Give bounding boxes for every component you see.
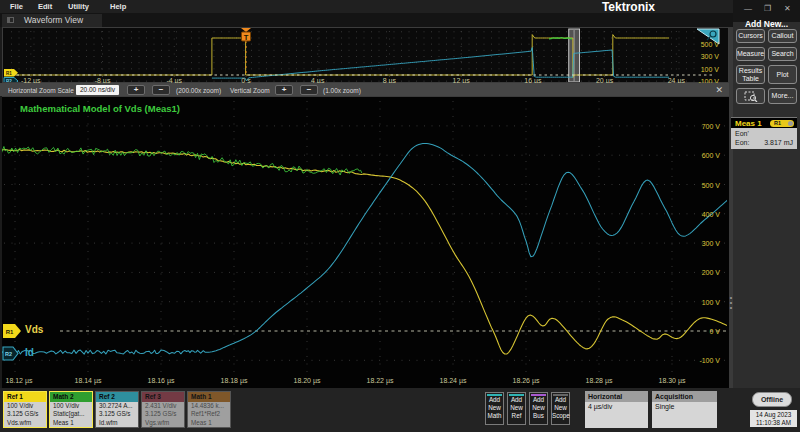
menu-file[interactable]: File — [10, 2, 23, 11]
trace-id — [2, 144, 727, 355]
x-tick-label: 18.26 µs — [513, 377, 540, 384]
y-tick-label: -100 V — [690, 357, 720, 364]
meas1-source: R1 — [774, 120, 781, 127]
horizontal-value: 4 µs/div — [585, 402, 648, 428]
hzoom-plus-button[interactable]: + — [127, 85, 145, 95]
tab-waveform-view[interactable]: Waveform View — [2, 14, 102, 27]
datetime-display: 14 Aug 202311:10:38 AM — [750, 410, 797, 427]
acquisition-value: Single — [652, 402, 717, 428]
trigger-arrow-icon — [241, 28, 251, 32]
add-new-ref-button[interactable]: AddNewRef — [507, 392, 526, 425]
right-sidebar: Add New... Cursors Callout Measure Searc… — [733, 22, 800, 388]
trace-math2 — [549, 38, 572, 39]
overview-svg: TR1R2 — [3, 28, 728, 82]
channel-badge-ref1[interactable]: Ref 1 100 V/div3.125 GS/sVds.wfm — [3, 391, 47, 428]
eon-label: Eon: — [735, 138, 749, 147]
trace-math2-model — [2, 147, 362, 176]
vzoom-factor-label: (1.00x zoom) — [323, 87, 361, 94]
main-plot-svg: R1R2 — [2, 97, 727, 387]
menu-help[interactable]: Help — [110, 2, 126, 11]
add-new-math-button[interactable]: AddNewMath — [485, 392, 504, 425]
svg-text:R2: R2 — [5, 351, 12, 357]
ref3-header: Ref 3 — [142, 392, 184, 402]
y-tick-label: 200 V — [690, 269, 720, 276]
box-zoom-icon — [744, 91, 758, 102]
close-icon[interactable]: ✕ — [784, 4, 791, 13]
trace-vds — [2, 149, 727, 354]
bottom-bar: Ref 1 100 V/div3.125 GS/sVds.wfm Math 2 … — [0, 388, 800, 432]
tektronix-logo: Tektronix — [602, 0, 655, 14]
vzoom-plus-button[interactable]: + — [275, 85, 293, 95]
horizontal-zoom-scale-label: Horizontal Zoom Scale — [8, 87, 74, 94]
y-tick-label: 700 V — [690, 122, 720, 129]
x-tick-label: 18.24 µs — [440, 377, 467, 384]
y-tick-label: 300 V — [690, 240, 720, 247]
math2-details: 100 V/divStatic[gat...Meas 1 — [50, 402, 92, 427]
zoom-toolbar: Horizontal Zoom Scale 20.00 ns/div + − (… — [0, 83, 731, 96]
minimize-icon[interactable]: — — [744, 4, 752, 13]
add-new-scope-button[interactable]: AddNewScope — [551, 392, 570, 425]
restore-icon[interactable]: ❐ — [764, 4, 771, 13]
vds-trace-label: Vds — [25, 324, 43, 335]
meas1-source-pill: R1 — [770, 120, 794, 127]
cursors-button[interactable]: Cursors — [736, 29, 765, 43]
x-tick-label: 18.12 µs — [6, 377, 33, 384]
meas1-badge[interactable]: Meas 1 R1 Eon' Eon: 3.817 mJ — [731, 117, 797, 149]
tab-bar: Waveform View — [0, 13, 733, 27]
y-tick-label: 300 V — [689, 53, 719, 60]
menu-edit[interactable]: Edit — [38, 2, 52, 11]
y-tick-label: 500 V — [690, 181, 720, 188]
x-tick-label: 18.16 µs — [148, 377, 175, 384]
math2-header: Math 2 — [50, 392, 92, 402]
meas1-pill-dot — [788, 121, 793, 126]
acquisition-panel[interactable]: Acquisition Single — [652, 391, 717, 428]
y-tick-label: 500 V — [689, 41, 719, 48]
hzoom-minus-button[interactable]: − — [152, 85, 170, 95]
menu-bar: File Edit Utility Help Tektronix — [0, 0, 733, 13]
channel-badge-ref3[interactable]: Ref 3 2.431 V/div3.125 GS/sVgs.wfm — [141, 391, 185, 428]
horizontal-panel[interactable]: Horizontal 4 µs/div — [585, 391, 648, 428]
y-tick-label: 0 V — [690, 328, 720, 335]
channel-badge-math2[interactable]: Math 2 100 V/divStatic[gat...Meas 1 — [49, 391, 93, 428]
channel-badge-ref2[interactable]: Ref 2 30.2724 A...3.125 GS/sId.wfm — [95, 391, 139, 428]
grid-icon — [7, 17, 14, 23]
ref2-header: Ref 2 — [96, 392, 138, 402]
offline-button[interactable]: Offline — [752, 392, 792, 407]
svg-text:R1: R1 — [6, 71, 12, 76]
y-tick-label: 100 V — [690, 298, 720, 305]
zoom-close-icon[interactable]: ✕ — [715, 85, 723, 95]
ref1-details: 100 V/div3.125 GS/sVds.wfm — [4, 402, 46, 427]
x-tick-label: 18.22 µs — [367, 377, 394, 384]
y-tick-label: 400 V — [690, 210, 720, 217]
ref2-details: 30.2724 A...3.125 GS/sId.wfm — [96, 402, 138, 427]
eon-prime-label: Eon' — [735, 129, 749, 138]
add-new-bus-button[interactable]: AddNewBus — [529, 392, 548, 425]
callout-button[interactable]: Callout — [768, 29, 797, 43]
meas1-results-panel: Eon' Eon: 3.817 mJ — [731, 128, 797, 149]
svg-text:R2: R2 — [6, 79, 12, 82]
x-tick-label: 18.28 µs — [586, 377, 613, 384]
measure-button[interactable]: Measure — [736, 47, 765, 61]
x-tick-label: 18.30 µs — [659, 377, 686, 384]
overview-waveform-strip[interactable]: TR1R2 -12 µs-8 µs-4 µs0 s4 µs8 µs12 µs16… — [2, 27, 729, 83]
add-new-header: Add New... — [733, 19, 800, 29]
svg-text:R1: R1 — [6, 329, 14, 335]
plot-button[interactable]: Plot — [768, 65, 797, 84]
x-tick-label: 18.20 µs — [294, 377, 321, 384]
meas1-name: Meas 1 — [735, 119, 762, 128]
math1-details: 14.4836 k...Ref1*Ref2Meas 1 — [188, 402, 230, 427]
search-button[interactable]: Search — [768, 47, 797, 61]
menu-utility[interactable]: Utility — [68, 2, 89, 11]
vzoom-minus-button[interactable]: − — [300, 85, 318, 95]
main-waveform-plot[interactable]: R1R2 Mathematical Model of Vds (Meas1) V… — [2, 96, 729, 388]
svg-text:T: T — [244, 33, 249, 42]
eon-value: 3.817 mJ — [764, 138, 793, 147]
channel-badge-math1[interactable]: Math 1 14.4836 k...Ref1*Ref2Meas 1 — [187, 391, 231, 428]
results-table-button[interactable]: Results Table — [736, 65, 765, 84]
y-tick-label: 100 V — [689, 65, 719, 72]
zoom-scale-value[interactable]: 20.00 ns/div — [76, 85, 119, 95]
acquisition-title: Acquisition — [652, 391, 717, 402]
x-tick-label: 18.14 µs — [75, 377, 102, 384]
more-button[interactable]: More... — [768, 88, 797, 104]
box-zoom-tool-button[interactable] — [736, 88, 765, 104]
